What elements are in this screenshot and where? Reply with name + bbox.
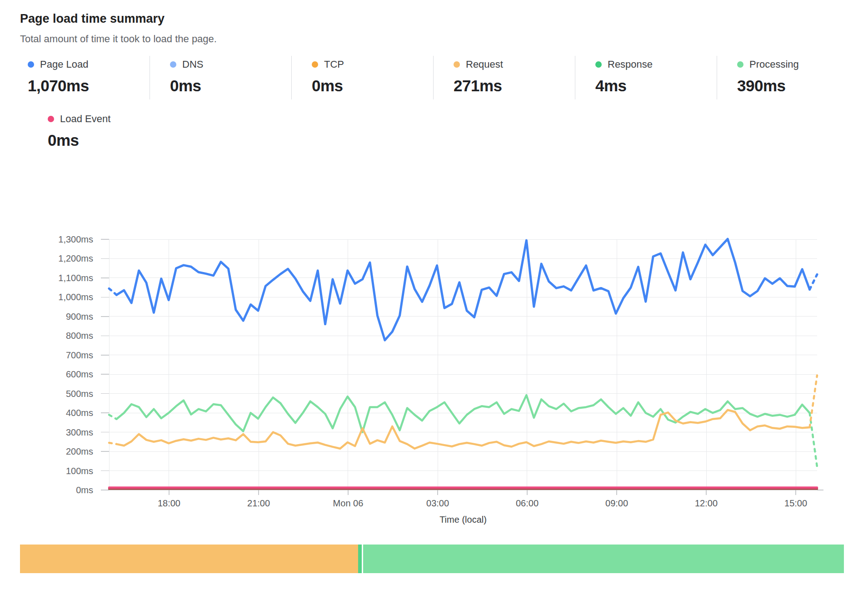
- svg-text:1,300ms: 1,300ms: [58, 234, 93, 244]
- svg-text:09:00: 09:00: [605, 498, 628, 508]
- stat-value: 0ms: [48, 131, 868, 149]
- stat-value: 0ms: [312, 77, 433, 95]
- stat-tcp[interactable]: TCP 0ms: [291, 56, 433, 99]
- page-load-time-chart[interactable]: 0ms100ms200ms300ms400ms500ms600ms700ms80…: [20, 172, 868, 531]
- svg-text:300ms: 300ms: [66, 427, 93, 437]
- stat-response[interactable]: Response 4ms: [575, 56, 717, 99]
- svg-text:1,100ms: 1,100ms: [58, 273, 93, 283]
- page-subtitle: Total amount of time it took to load the…: [20, 33, 868, 45]
- svg-text:700ms: 700ms: [66, 350, 93, 360]
- load-event-dot-icon: [48, 116, 54, 122]
- bar-segment-processing-share: [363, 545, 844, 573]
- tcp-dot-icon: [312, 61, 318, 68]
- stat-label: Processing: [749, 59, 799, 70]
- stat-label: Load Event: [60, 113, 110, 125]
- bar-segment-request-share: [20, 545, 358, 573]
- request-processing-ratio-bar[interactable]: [20, 545, 844, 573]
- svg-text:03:00: 03:00: [426, 498, 449, 508]
- svg-text:Mon 06: Mon 06: [333, 498, 364, 508]
- stat-label: Page Load: [40, 59, 88, 70]
- svg-text:0ms: 0ms: [76, 485, 93, 495]
- stat-value: 271ms: [454, 77, 575, 95]
- stat-load-event[interactable]: Load Event 0ms: [28, 110, 868, 154]
- stat-label: Response: [608, 59, 653, 70]
- svg-text:06:00: 06:00: [516, 498, 539, 508]
- stat-value: 4ms: [595, 77, 717, 95]
- stat-processing[interactable]: Processing 390ms: [717, 56, 858, 99]
- svg-text:200ms: 200ms: [66, 446, 93, 456]
- svg-text:18:00: 18:00: [158, 498, 180, 508]
- metric-legend-row: Page Load 1,070ms DNS 0ms TCP 0ms Reques…: [8, 56, 858, 99]
- svg-text:800ms: 800ms: [66, 331, 93, 341]
- stat-value: 390ms: [737, 77, 858, 95]
- processing-dot-icon: [737, 61, 743, 68]
- svg-text:21:00: 21:00: [247, 498, 270, 508]
- stat-label: DNS: [182, 59, 203, 70]
- svg-text:600ms: 600ms: [66, 369, 93, 379]
- stat-request[interactable]: Request 271ms: [433, 56, 575, 99]
- dns-dot-icon: [170, 61, 176, 68]
- request-dot-icon: [454, 61, 460, 68]
- bar-segment-divider-sliver: [358, 545, 362, 573]
- svg-text:12:00: 12:00: [695, 498, 718, 508]
- svg-text:1,200ms: 1,200ms: [58, 253, 93, 263]
- svg-text:Time (local): Time (local): [439, 515, 487, 525]
- svg-text:100ms: 100ms: [66, 466, 93, 476]
- stat-value: 0ms: [170, 77, 291, 95]
- page-load-dot-icon: [28, 61, 34, 68]
- svg-text:900ms: 900ms: [66, 312, 93, 322]
- stat-label: TCP: [324, 59, 344, 70]
- stat-label: Request: [466, 59, 503, 70]
- page-title: Page load time summary: [20, 12, 868, 26]
- svg-text:15:00: 15:00: [784, 498, 807, 508]
- stat-page-load[interactable]: Page Load 1,070ms: [8, 56, 150, 99]
- stat-dns[interactable]: DNS 0ms: [150, 56, 291, 99]
- response-dot-icon: [595, 61, 602, 68]
- svg-text:1,000ms: 1,000ms: [58, 292, 93, 302]
- stat-value: 1,070ms: [28, 77, 150, 95]
- svg-text:500ms: 500ms: [66, 389, 93, 399]
- page-load-summary-card: Page load time summary Total amount of t…: [0, 0, 868, 573]
- svg-text:400ms: 400ms: [66, 408, 93, 418]
